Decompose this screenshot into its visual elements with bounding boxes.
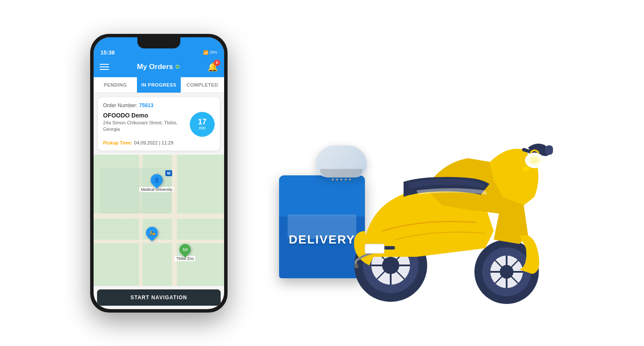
phone-notch (137, 37, 180, 48)
tab-in-progress[interactable]: IN PROGRESS (137, 77, 180, 93)
order-number-value: 75613 (139, 102, 153, 108)
metro-marker: M (165, 170, 172, 176)
headlight-core (530, 157, 539, 164)
scooter-svg-container (339, 77, 554, 313)
turn-signal (522, 167, 529, 171)
pickup-label: Pickup Time: (103, 140, 132, 145)
scooter-pin: 🛵 (143, 224, 161, 241)
tab-completed[interactable]: COMPLETED (181, 77, 224, 93)
header-title-text: My Orders (137, 63, 173, 71)
time-value: 17 (198, 118, 207, 126)
phone-wrapper: 15:38 📶 29% My Orders (90, 34, 228, 313)
app-header: My Orders 🔔 5 (94, 58, 224, 77)
pickup-row: Pickup Time: 04.09.2022 | 11:29 (103, 140, 215, 145)
time-unit: min (199, 126, 206, 130)
restaurant-name: OFOODO Demo (103, 112, 186, 119)
tabs-bar: PENDING IN PROGRESS COMPLETED (94, 77, 224, 93)
map-area: 👤 Medical University 🛵 (94, 155, 224, 286)
order-info-row: OFOODO Demo 24a Simon Chikovani Street, … (103, 112, 215, 137)
helmet-vent-1 (332, 178, 334, 181)
order-number-label: Order Number: (103, 102, 137, 108)
phone-screen: 15:38 📶 29% My Orders (94, 37, 224, 309)
status-time: 15:38 (100, 49, 115, 56)
zoo-pin: 🍽 (177, 241, 193, 257)
zoo-icon: 🍽 (182, 247, 187, 252)
map-road-horizontal (94, 214, 224, 219)
restaurant-info: OFOODO Demo 24a Simon Chikovani Street, … (103, 112, 186, 133)
map-marker-scooter: 🛵 (146, 227, 158, 239)
hamburger-line-2 (100, 66, 109, 67)
map-background: 👤 Medical University 🛵 (94, 155, 224, 286)
hamburger-menu[interactable] (100, 64, 109, 70)
start-navigation-button[interactable]: START NAVIGATION (97, 289, 221, 306)
user-icon: 👤 (153, 177, 160, 183)
exhaust-tip (354, 264, 358, 268)
map-marker-zoo: 🍽 Tbilisi Zoo (174, 244, 195, 261)
online-indicator (176, 65, 179, 69)
notification-badge: 5 (214, 60, 220, 66)
signal-icon: 📶 (203, 50, 208, 55)
map-marker-user: 👤 Medical University (139, 174, 174, 192)
delivery-text: DELIVERY (289, 233, 355, 247)
scooter-illustration: DELIVERY (253, 34, 554, 313)
map-road-horizontal-2 (94, 240, 224, 243)
battery-icon: 29% (210, 50, 217, 54)
status-icons: 📶 29% (203, 50, 217, 55)
handlebar-stem (524, 150, 530, 152)
license-plate (365, 244, 384, 253)
hamburger-line-1 (100, 64, 109, 65)
handlebar-grip (545, 145, 553, 155)
hamburger-line-3 (100, 69, 109, 70)
scooter-svg (339, 77, 554, 313)
scene: 15:38 📶 29% My Orders (0, 0, 644, 346)
user-location-pin: 👤 (148, 172, 165, 189)
header-title: My Orders (137, 63, 179, 71)
time-bubble: 17 min (190, 112, 215, 137)
notification-bell-button[interactable]: 🔔 5 (207, 62, 218, 72)
restaurant-address: 24a Simon Chikovani Street, Tbilisi, Geo… (103, 120, 186, 133)
helmet-vent-2 (336, 178, 338, 181)
order-card: Order Number: 75613 OFOODO Demo 24a Simo… (98, 97, 220, 150)
scooter-icon: 🛵 (149, 230, 155, 236)
pickup-value: 04.09.2022 | 11:29 (134, 140, 173, 145)
order-number-row: Order Number: 75613 (103, 102, 215, 108)
tab-pending[interactable]: PENDING (94, 77, 137, 93)
phone-device: 15:38 📶 29% My Orders (90, 34, 228, 313)
